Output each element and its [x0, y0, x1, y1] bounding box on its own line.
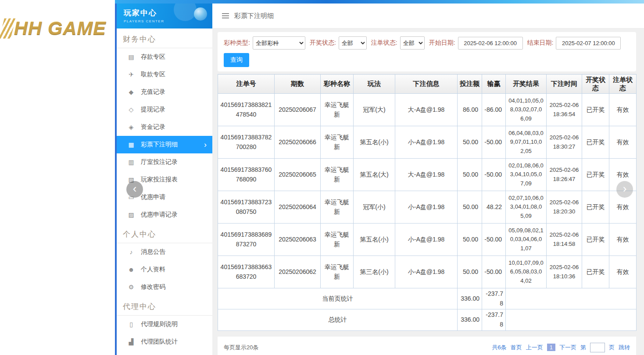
sidebar-item-promo-apply-records[interactable]: ▨优惠申请记录	[117, 206, 212, 224]
promo-record-icon: ▨	[127, 211, 135, 218]
table-cell: 50.00	[458, 256, 482, 288]
table-cell: 冠军(小)	[354, 191, 395, 224]
bet-status-select[interactable]: 全部	[400, 36, 425, 50]
table-cell: 冠军(大)	[354, 94, 395, 126]
first-page-link[interactable]: 首页	[511, 344, 522, 351]
bet-status-filter: 注单状态: 全部	[371, 36, 425, 50]
sidebar-header: 玩家中心 PLAYERS CENTER	[117, 4, 212, 28]
sidebar-item-withdraw-records[interactable]: ◇提现记录	[117, 101, 212, 118]
gear-icon: ⚙	[127, 284, 135, 291]
table-cell: 第五名(大)	[354, 159, 395, 191]
column-header: 彩种名称	[321, 75, 354, 94]
table-cell: 第五名(小)	[354, 126, 395, 159]
table-cell: 10,01,07,09,06,05,08,03,04,02	[506, 256, 547, 288]
lottery-grid-icon: ▦	[127, 141, 135, 148]
recharge-drop-icon: ◆	[127, 89, 135, 96]
panel-next-button[interactable]: ›	[616, 181, 633, 198]
table-row: 40156917388366368372020250206062幸运飞艇新第三名…	[218, 256, 637, 288]
lottery-type-select[interactable]: 全部彩种	[253, 36, 305, 50]
summary-label: 总统计	[218, 309, 458, 330]
sidebar-item-messages[interactable]: ♪消息公告	[117, 243, 212, 261]
summary-bet-total: 336.00	[458, 288, 482, 309]
sidebar-item-label: 优惠申请记录	[141, 211, 178, 219]
logo-stripes-icon	[0, 18, 16, 39]
summary-winloss-total: -237.78	[482, 309, 506, 330]
prev-page-link[interactable]: 上一页	[526, 344, 543, 351]
sidebar-item-deposit-zone[interactable]: ▤存款专区	[117, 48, 212, 66]
table-cell: 20250206067	[275, 94, 321, 126]
table-cell: -50.00	[482, 256, 506, 288]
sidebar-item-funds-records[interactable]: ◈资金记录	[117, 118, 212, 136]
bet-table-head: 注单号期数彩种名称玩法下注信息投注额输赢开奖结果下注时间开奖状态注单状态	[218, 75, 637, 94]
table-cell: 大-A盘@1.98	[395, 94, 458, 126]
sidebar-item-agent-team-stats[interactable]: ▟代理团队统计	[117, 333, 212, 351]
table-cell: 已开奖	[582, 126, 609, 159]
table-cell: 50.00	[458, 224, 482, 256]
pagination-controls: 共6条 首页 上一页 1 下一页 第 页 跳转	[492, 343, 630, 352]
query-button[interactable]: 查询	[224, 53, 249, 67]
column-header: 输赢	[482, 75, 506, 94]
table-row: 40156917388376076809020250206065幸运飞艇新第五名…	[218, 159, 637, 191]
table-cell: 20250206065	[275, 159, 321, 191]
deposit-card-icon: ▤	[127, 53, 135, 60]
stats-chart-icon: ▟	[127, 338, 135, 345]
table-cell: -50.00	[482, 224, 506, 256]
header-row: 注单号期数彩种名称玩法下注信息投注额输赢开奖结果下注时间开奖状态注单状态	[218, 75, 637, 94]
decorative-circle	[174, 4, 197, 21]
sidebar-item-profile[interactable]: ☻个人资料	[117, 261, 212, 278]
start-date-input[interactable]	[458, 37, 523, 50]
table-cell: 401569173883723080750	[218, 191, 275, 224]
sidebar-section-title: 财务中心	[117, 28, 212, 48]
table-cell: 第三名(小)	[354, 256, 395, 288]
table-cell: 幸运飞艇新	[321, 159, 354, 191]
end-date-input[interactable]	[556, 37, 621, 50]
sidebar-item-hall-bet-records[interactable]: ▥厅室投注记录	[117, 153, 212, 171]
table-cell: 401569173883782700280	[218, 126, 275, 159]
table-cell: 50.00	[458, 126, 482, 159]
table-cell: 04,01,10,05,08,03,02,07,06,09	[506, 94, 547, 126]
table-cell: -50.00	[482, 159, 506, 191]
current-page-indicator[interactable]: 1	[547, 344, 555, 351]
table-cell: 幸运飞艇新	[321, 224, 354, 256]
sidebar-item-label: 资金记录	[141, 123, 165, 131]
table-cell: 2025-02-06 18:30:27	[547, 126, 582, 159]
table-cell: 已开奖	[582, 94, 609, 126]
sidebar-item-withdraw-zone[interactable]: ✈取款专区	[117, 66, 212, 83]
summary-empty-cell	[506, 309, 637, 330]
next-page-link[interactable]: 下一页	[559, 344, 576, 351]
main-topbar: 彩票下注明细	[212, 4, 644, 28]
table-cell: 20250206066	[275, 126, 321, 159]
table-cell: -50.00	[482, 126, 506, 159]
panel-prev-button[interactable]: ‹	[126, 181, 143, 198]
table-cell: 401569173883821478540	[218, 94, 275, 126]
sidebar-item-change-password[interactable]: ⚙修改密码	[117, 278, 212, 296]
table-cell: 大-A盘@1.98	[395, 159, 458, 191]
sidebar-section-title: 个人中心	[117, 224, 212, 243]
table-cell: 幸运飞艇新	[321, 94, 354, 126]
table-cell: 幸运飞艇新	[321, 126, 354, 159]
table-row: 40156917388372308075020250206064幸运飞艇新冠军(…	[218, 191, 637, 224]
table-cell: 48.22	[482, 191, 506, 224]
hh-game-logo: HH GAME	[2, 18, 106, 39]
sidebar-item-agent-rules[interactable]: ▯代理规则说明	[117, 316, 212, 333]
sidebar-item-recharge-records[interactable]: ◆充值记录	[117, 83, 212, 101]
sidebar-item-label: 彩票下注明细	[141, 141, 178, 149]
draw-status-select[interactable]: 全部	[339, 36, 367, 50]
hamburger-icon[interactable]	[222, 15, 229, 16]
hall-list-icon: ▥	[127, 159, 135, 166]
sidebar-item-label: 充值记录	[141, 88, 165, 96]
page-jump-input[interactable]	[590, 343, 605, 352]
table-cell: 已开奖	[582, 191, 609, 224]
withdraw-plane-icon: ✈	[127, 71, 135, 78]
table-cell: 401569173883663683720	[218, 256, 275, 288]
page-title: 彩票下注明细	[234, 12, 274, 20]
column-header: 下注信息	[395, 75, 458, 94]
sidebar-item-lottery-bet-details[interactable]: ▦彩票下注明细›	[117, 136, 212, 153]
jump-button[interactable]: 跳转	[619, 344, 630, 351]
table-cell: 02,07,10,06,03,04,01,08,05,09	[506, 191, 547, 224]
table-cell: 02,01,08,06,03,04,10,05,07,09	[506, 159, 547, 191]
column-header: 期数	[275, 75, 321, 94]
table-cell: 06,04,08,03,09,07,01,10,02,05	[506, 126, 547, 159]
end-date-filter: 结束日期:	[527, 37, 621, 50]
page-size-text: 每页显示20条	[224, 344, 258, 351]
